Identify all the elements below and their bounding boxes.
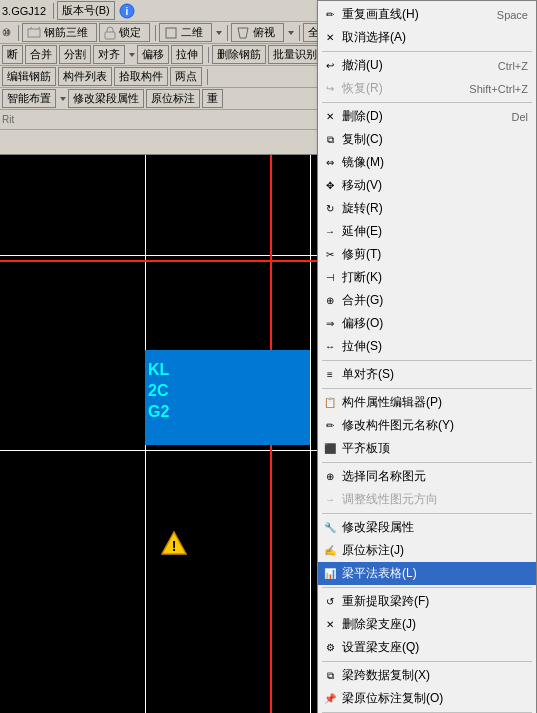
perspective-btn[interactable]: 俯视 <box>231 23 284 42</box>
dropdown2-icon[interactable] <box>286 28 296 38</box>
break-btn[interactable]: 断 <box>2 45 23 64</box>
menu-item-trim[interactable]: ✂修剪(T) <box>318 243 536 266</box>
info-icon: i <box>119 3 135 19</box>
sep <box>208 47 209 63</box>
menu-separator <box>322 51 532 52</box>
offset-icon: ⇒ <box>322 318 338 329</box>
menu-item-mod_seg[interactable]: 🔧修改梁段属性 <box>318 516 536 539</box>
extend-label: 延伸(E) <box>342 223 382 240</box>
move-icon: ✥ <box>322 180 338 191</box>
extra-label: Rit <box>2 114 14 125</box>
svg-marker-8 <box>238 28 248 38</box>
rebar3d-btn[interactable]: 钢筋三维 <box>22 23 97 42</box>
menu-item-stretch[interactable]: ↔拉伸(S) <box>318 335 536 358</box>
re_extract-label: 重新提取梁跨(F) <box>342 593 429 610</box>
dropdown-icon[interactable] <box>214 28 224 38</box>
sep <box>299 25 300 41</box>
adj_line-label: 调整线性图元方向 <box>342 491 438 508</box>
menu-item-del_support[interactable]: ✕删除梁支座(J) <box>318 613 536 636</box>
sep <box>155 25 156 41</box>
merge-icon: ⊕ <box>322 295 338 306</box>
menu-item-rotate[interactable]: ↻旋转(R) <box>318 197 536 220</box>
menu-item-delete[interactable]: ✕删除(D)Del <box>318 105 536 128</box>
menu-separator <box>322 360 532 361</box>
rotate-icon: ↻ <box>322 203 338 214</box>
menu-separator <box>322 587 532 588</box>
menu-item-prop_editor[interactable]: 📋构件属性编辑器(P) <box>318 391 536 414</box>
menu-item-move[interactable]: ✥移动(V) <box>318 174 536 197</box>
repeat_line-icon: ✏ <box>322 9 338 20</box>
view2d-btn[interactable]: 二维 <box>159 23 212 42</box>
stretch-icon: ↔ <box>322 341 338 352</box>
kl-line2: 2C <box>148 381 169 402</box>
menu-item-orig_copy[interactable]: 📌梁原位标注复制(O) <box>318 687 536 710</box>
menu-item-orig_mark[interactable]: ✍原位标注(J) <box>318 539 536 562</box>
mod-seg-attr-btn[interactable]: 修改梁段属性 <box>68 89 144 108</box>
menu-item-adj_line: →调整线性图元方向 <box>318 488 536 511</box>
menu-item-break[interactable]: ⊣打断(K) <box>318 266 536 289</box>
sep <box>207 69 208 85</box>
menu-item-mirror[interactable]: ⇔镜像(M) <box>318 151 536 174</box>
two-pts-btn[interactable]: 两点 <box>170 67 202 86</box>
menu-item-extend[interactable]: →延伸(E) <box>318 220 536 243</box>
menu-item-cancel_select[interactable]: ✕取消选择(A) <box>318 26 536 49</box>
comp-list-btn[interactable]: 构件列表 <box>58 67 112 86</box>
offset-btn[interactable]: 偏移 <box>137 45 169 64</box>
right-btn1[interactable]: 删除钢筋 <box>212 45 266 64</box>
prop_editor-label: 构件属性编辑器(P) <box>342 394 442 411</box>
delete-label: 删除(D) <box>342 108 383 125</box>
beam-element[interactable] <box>145 350 310 445</box>
orig-mark-btn[interactable]: 原位标注 <box>146 89 200 108</box>
split-btn[interactable]: 分割 <box>59 45 91 64</box>
dd-icon3[interactable] <box>127 50 137 60</box>
version-btn[interactable]: 版本号(B) <box>57 1 115 20</box>
menu-item-beam_table[interactable]: 📊梁平法表格(L) <box>318 562 536 585</box>
svg-text:i: i <box>125 6 128 17</box>
menu-separator <box>322 513 532 514</box>
edit-rebar-btn[interactable]: 编辑钢筋 <box>2 67 56 86</box>
lock-btn[interactable]: 锁定 <box>99 23 150 42</box>
menu-item-set_support[interactable]: ⚙设置梁支座(Q) <box>318 636 536 659</box>
repeat-btn[interactable]: 重 <box>202 89 223 108</box>
svg-marker-11 <box>129 53 135 57</box>
menu-item-offset[interactable]: ⇒偏移(O) <box>318 312 536 335</box>
stretch-btn[interactable]: 拉伸 <box>171 45 203 64</box>
set_support-label: 设置梁支座(Q) <box>342 639 419 656</box>
svg-rect-5 <box>105 32 115 39</box>
svg-marker-12 <box>60 97 66 101</box>
mirror-icon: ⇔ <box>322 157 338 168</box>
undo-label: 撤消(U) <box>342 57 383 74</box>
del_support-icon: ✕ <box>322 619 338 630</box>
menu-item-flat_top[interactable]: ⬛平齐板顶 <box>318 437 536 460</box>
menu-item-merge[interactable]: ⊕合并(G) <box>318 289 536 312</box>
sep <box>53 3 54 19</box>
right-btn2[interactable]: 批量识别 <box>268 45 322 64</box>
move-label: 移动(V) <box>342 177 382 194</box>
menu-item-same_name[interactable]: ⊕选择同名称图元 <box>318 465 536 488</box>
span_copy-label: 梁跨数据复制(X) <box>342 667 430 684</box>
align-btn[interactable]: 对齐 <box>93 45 125 64</box>
pick-comp-btn[interactable]: 拾取构件 <box>114 67 168 86</box>
menu-item-span_copy[interactable]: ⧉梁跨数据复制(X) <box>318 664 536 687</box>
redo-icon: ↪ <box>322 83 338 94</box>
rebar3d-icon <box>27 26 41 40</box>
merge-btn[interactable]: 合并 <box>25 45 57 64</box>
orig_mark-label: 原位标注(J) <box>342 542 404 559</box>
del_support-label: 删除梁支座(J) <box>342 616 416 633</box>
copy-label: 复制(C) <box>342 131 383 148</box>
menu-separator <box>322 102 532 103</box>
menu-item-repeat_line[interactable]: ✏重复画直线(H)Space <box>318 3 536 26</box>
menu-item-copy[interactable]: ⧉复制(C) <box>318 128 536 151</box>
offset-label: 偏移(O) <box>342 315 383 332</box>
menu-item-re_extract[interactable]: ↺重新提取梁跨(F) <box>318 590 536 613</box>
smart-place-btn[interactable]: 智能布置 <box>2 89 56 108</box>
mod_name-icon: ✏ <box>322 420 338 431</box>
menu-item-align[interactable]: ≡单对齐(S) <box>318 363 536 386</box>
dd-icon5[interactable] <box>58 94 68 104</box>
svg-rect-2 <box>28 29 40 37</box>
merge-label: 合并(G) <box>342 292 383 309</box>
title-text: 3.GGJ12 <box>2 5 46 17</box>
menu-item-undo[interactable]: ↩撤消(U)Ctrl+Z <box>318 54 536 77</box>
context-menu: ✏重复画直线(H)Space✕取消选择(A)↩撤消(U)Ctrl+Z↪恢复(R)… <box>317 0 537 713</box>
menu-item-mod_name[interactable]: ✏修改构件图元名称(Y) <box>318 414 536 437</box>
